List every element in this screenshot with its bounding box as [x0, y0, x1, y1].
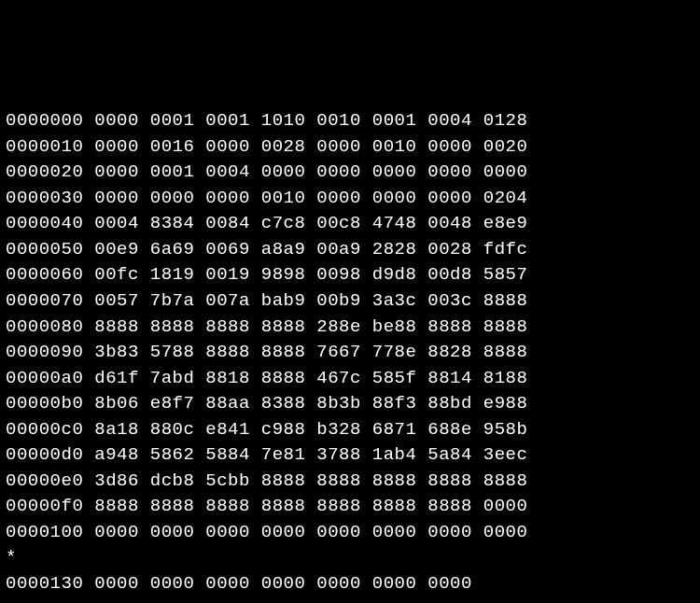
hex-offset: 0000010 — [6, 136, 83, 157]
hexdump-line: 0000070 0057 7b7a 007a bab9 00b9 3a3c 00… — [6, 288, 694, 315]
hexdump-output: 0000000 0000 0001 0001 1010 0010 0001 00… — [6, 108, 694, 603]
hexdump-line: 00000d0 a948 5862 5884 7e81 3788 1ab4 5a… — [6, 442, 694, 469]
hex-words: 0004 8384 0084 c7c8 00c8 4748 0048 e8e9 — [94, 213, 527, 233]
hexdump-line: 0000050 00e9 6a69 0069 a8a9 00a9 2828 00… — [6, 237, 694, 263]
hex-words: 0057 7b7a 007a bab9 00b9 3a3c 003c 8888 — [94, 290, 527, 311]
hex-offset: 0000090 — [6, 342, 83, 362]
hex-offset: 00000c0 — [6, 419, 83, 440]
hexdump-squeeze-marker: * — [6, 545, 694, 571]
hex-words: 3d86 dcb8 5cbb 8888 8888 8888 8888 8888 — [94, 470, 527, 491]
hex-words: 0000 0000 0000 0000 0000 0000 0000 — [94, 573, 472, 594]
hexdump-line: 00000c0 8a18 880c e841 c988 b328 6871 68… — [6, 417, 694, 443]
hexdump-line: 0000060 00fc 1819 0019 9898 0098 d9d8 00… — [6, 262, 694, 288]
hex-words: d61f 7abd 8818 8888 467c 585f 8814 8188 — [94, 368, 527, 388]
hexdump-line: 0000010 0000 0016 0000 0028 0000 0010 00… — [6, 134, 694, 161]
hex-offset: 0000030 — [6, 188, 83, 208]
hexdump-line: 0000040 0004 8384 0084 c7c8 00c8 4748 00… — [6, 211, 694, 237]
hexdump-line: 0000030 0000 0000 0000 0010 0000 0000 00… — [6, 186, 694, 212]
hex-words: 0000 0001 0004 0000 0000 0000 0000 0000 — [94, 161, 527, 182]
hexdump-line: 00000e0 3d86 dcb8 5cbb 8888 8888 8888 88… — [6, 469, 694, 495]
hex-offset: 0000040 — [6, 213, 83, 233]
hexdump-line: 000013e — [6, 597, 694, 603]
hex-offset: 0000060 — [6, 264, 83, 285]
hex-words: 0000 0000 0000 0000 0000 0000 0000 0000 — [94, 522, 527, 542]
hex-words: 3b83 5788 8888 8888 7667 778e 8828 8888 — [94, 342, 527, 362]
hex-offset: 00000b0 — [6, 393, 83, 414]
hex-offset: 00000a0 — [6, 368, 83, 388]
hex-words: 8888 8888 8888 8888 288e be88 8888 8888 — [94, 316, 527, 337]
hex-offset: 000013e — [6, 599, 83, 603]
hex-words: 0000 0001 0001 1010 0010 0001 0004 0128 — [94, 110, 527, 131]
hex-offset: 0000100 — [6, 522, 83, 542]
hexdump-line: 0000020 0000 0001 0004 0000 0000 0000 00… — [6, 160, 694, 186]
hex-offset: 0000080 — [6, 316, 83, 337]
hexdump-line: 00000f0 8888 8888 8888 8888 8888 8888 88… — [6, 494, 694, 520]
hex-words: 8888 8888 8888 8888 8888 8888 8888 0000 — [94, 496, 527, 516]
hex-words: 8b06 e8f7 88aa 8388 8b3b 88f3 88bd e988 — [94, 393, 527, 414]
hexdump-line: 0000080 8888 8888 8888 8888 288e be88 88… — [6, 315, 694, 341]
hexdump-line: 0000000 0000 0001 0001 1010 0010 0001 00… — [6, 108, 694, 134]
hexdump-line: 0000090 3b83 5788 8888 8888 7667 778e 88… — [6, 340, 694, 366]
hex-words: 00e9 6a69 0069 a8a9 00a9 2828 0028 fdfc — [94, 239, 527, 259]
hex-offset: 00000e0 — [6, 470, 83, 491]
hexdump-line: 0000100 0000 0000 0000 0000 0000 0000 00… — [6, 520, 694, 546]
hex-words: 0000 0000 0000 0010 0000 0000 0000 0204 — [94, 188, 527, 208]
hexdump-line: 00000a0 d61f 7abd 8818 8888 467c 585f 88… — [6, 366, 694, 392]
hexdump-line: 00000b0 8b06 e8f7 88aa 8388 8b3b 88f3 88… — [6, 391, 694, 417]
hexdump-line: 0000130 0000 0000 0000 0000 0000 0000 00… — [6, 571, 694, 597]
hex-offset: 00000d0 — [6, 444, 83, 465]
hex-offset: 0000130 — [6, 573, 83, 594]
hex-words: a948 5862 5884 7e81 3788 1ab4 5a84 3eec — [94, 444, 527, 465]
hex-offset: 0000000 — [6, 110, 83, 131]
hex-words: 00fc 1819 0019 9898 0098 d9d8 00d8 5857 — [94, 264, 527, 285]
hex-offset: 0000020 — [6, 161, 83, 182]
hex-words: 0000 0016 0000 0028 0000 0010 0000 0020 — [94, 136, 527, 157]
hex-offset: 00000f0 — [6, 496, 83, 516]
hex-offset: 0000070 — [6, 290, 83, 311]
hex-words: 8a18 880c e841 c988 b328 6871 688e 958b — [94, 419, 527, 440]
hex-offset: 0000050 — [6, 239, 83, 259]
